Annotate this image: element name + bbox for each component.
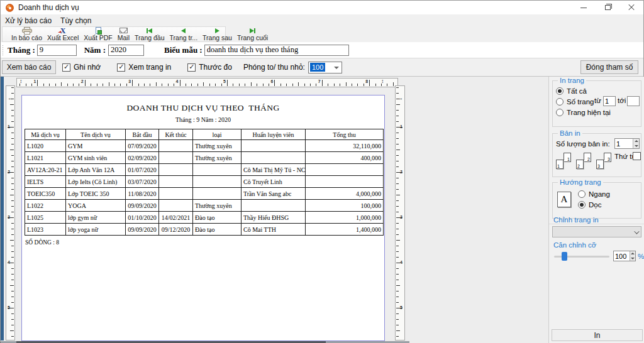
table-cell: Lớp Anh Văn 12A <box>66 164 126 176</box>
report-table-body: L1020GYM07/09/2020Thường xuyên32,110,000… <box>25 140 384 236</box>
last-page-button[interactable]: Trang cuối <box>235 27 270 42</box>
table-header-cell: Kết thúc <box>159 129 193 140</box>
next-page-button[interactable]: Trang sau <box>200 27 235 42</box>
print-view-checkbox[interactable]: Xem trang in <box>117 63 171 72</box>
radio-label: Dọc <box>589 201 601 209</box>
scale-input[interactable] <box>614 251 630 261</box>
scale-spinner[interactable] <box>613 251 636 261</box>
print-report-button[interactable]: In báo cáo <box>9 27 45 42</box>
view-bar: Xem báo cáo Ghi nhớ Xem trang in Thước đ… <box>1 58 643 77</box>
adjust-print-dropdown[interactable] <box>552 226 641 237</box>
ruler-tick <box>11 313 14 314</box>
radio-icon[interactable] <box>578 190 586 198</box>
collate-checkbox[interactable] <box>633 152 641 160</box>
ruler-tick <box>396 234 399 235</box>
ruler-tick <box>396 319 399 320</box>
report-title: DOANH THU DỊCH VỤ THEO THÁNG <box>22 103 384 113</box>
table-cell <box>193 188 242 200</box>
ruler-tick <box>156 82 157 86</box>
mail-button[interactable]: Mail <box>115 27 132 42</box>
table-header-cell: Tên dịch vụ <box>66 129 126 140</box>
ruler-tick <box>11 336 14 337</box>
copies-count-spinner[interactable] <box>614 138 640 149</box>
first-page-button[interactable]: Trang đầu <box>132 27 167 42</box>
chevron-down-icon <box>634 229 639 234</box>
radio-icon[interactable] <box>556 87 564 95</box>
ruler-tick <box>11 161 14 161</box>
year-input[interactable] <box>108 45 144 56</box>
toolbar: In báo cáo X Xuất Excel Xuất PDF Mail Tr… <box>1 26 643 42</box>
ruler-tick <box>10 330 14 331</box>
scale-slider[interactable] <box>554 256 609 258</box>
table-row: IELTSLớp Ielts (Cô Linh)03/07/2020Cô Tru… <box>25 176 384 188</box>
radio-page-numbers[interactable]: Số trang <box>556 98 594 106</box>
spinner-up-icon[interactable] <box>633 139 639 144</box>
param-grip-icon[interactable] <box>2 45 4 55</box>
menu-item-options[interactable]: Tùy chọn <box>56 15 96 26</box>
ruler-tick <box>11 183 14 184</box>
table-cell: Thường xuyên <box>193 152 242 164</box>
close-button[interactable] <box>619 1 643 14</box>
radio-icon[interactable] <box>578 201 586 209</box>
checkbox-icon[interactable] <box>117 63 125 72</box>
ruler-number: 4 <box>400 260 402 264</box>
close-params-button[interactable]: Đóng tham số <box>580 60 638 74</box>
remember-checkbox[interactable]: Ghi nhớ <box>62 63 101 72</box>
copies-count-input[interactable] <box>615 139 633 148</box>
table-cell: L1021 <box>25 152 66 164</box>
ruler-number: 2 <box>8 170 10 174</box>
ruler-tick <box>245 84 245 86</box>
radio-landscape[interactable]: Ngang <box>578 190 610 198</box>
ruler-tick <box>11 110 14 111</box>
ruler-tick <box>257 84 257 86</box>
checkbox-icon[interactable] <box>62 63 70 72</box>
minimize-button[interactable] <box>572 1 596 14</box>
ruler-tick <box>10 240 14 241</box>
ruler-tick <box>396 268 399 269</box>
to-page-input[interactable] <box>627 96 640 106</box>
ruler-tick <box>11 212 14 212</box>
slider-thumb[interactable] <box>562 252 567 261</box>
ruler-tick <box>396 144 399 144</box>
ruler-tick <box>239 84 240 86</box>
ruler-tick <box>150 84 150 86</box>
radio-portrait[interactable]: Dọc <box>578 201 601 209</box>
spinner-down-icon[interactable] <box>633 144 639 149</box>
spinner-down-icon[interactable] <box>630 256 635 261</box>
ruler-tick <box>11 229 14 229</box>
checkbox-icon[interactable] <box>187 63 196 72</box>
table-cell: L1025 <box>25 212 66 224</box>
radio-current-page[interactable]: Trang hiện tại <box>556 109 611 116</box>
spinner-up-icon[interactable] <box>630 251 635 256</box>
portrait-page-icon: A <box>557 192 571 207</box>
radio-icon[interactable] <box>556 98 564 106</box>
copies-group: Bản in Số lượng bản in: 1 1 2 2 3 3 Thứ … <box>552 133 641 177</box>
view-report-button[interactable]: Xem báo cáo <box>2 60 56 74</box>
toolbar-button-label: Trang sau <box>203 34 232 41</box>
prev-page-button[interactable]: Trang tr... <box>167 27 201 42</box>
ruler-tick <box>37 80 38 86</box>
print-button[interactable]: In <box>552 329 643 341</box>
zoom-combobox[interactable]: 100 <box>308 62 342 74</box>
ruler-checkbox[interactable]: Thước đo <box>187 63 232 72</box>
ruler-number: 5 <box>8 305 10 310</box>
table-cell: TOEIC350 <box>25 188 66 200</box>
menu-item-process-report[interactable]: Xử lý báo cáo <box>1 15 56 26</box>
ruler-tick <box>11 99 14 99</box>
ruler-tick <box>396 285 400 286</box>
report-page: DOANH THU DỊCH VỤ THEO THÁNG Tháng : 9 N… <box>21 95 385 341</box>
radio-all-pages[interactable]: Tất cả <box>556 87 587 95</box>
export-excel-button[interactable]: X Xuất Excel <box>45 27 81 42</box>
table-cell: 1,400,000 <box>306 224 384 236</box>
ruler-tick <box>396 178 399 178</box>
window-title: Doanh thu dịch vụ <box>18 3 79 12</box>
export-pdf-button[interactable]: Xuất PDF <box>81 27 115 42</box>
ruler-tick <box>79 84 79 86</box>
template-input[interactable] <box>204 45 349 56</box>
month-input[interactable] <box>37 45 77 56</box>
restore-button[interactable] <box>596 1 619 14</box>
ruler-tick <box>209 84 210 86</box>
from-page-input[interactable] <box>603 96 616 106</box>
ruler-tick <box>396 189 399 190</box>
radio-icon[interactable] <box>556 109 564 116</box>
